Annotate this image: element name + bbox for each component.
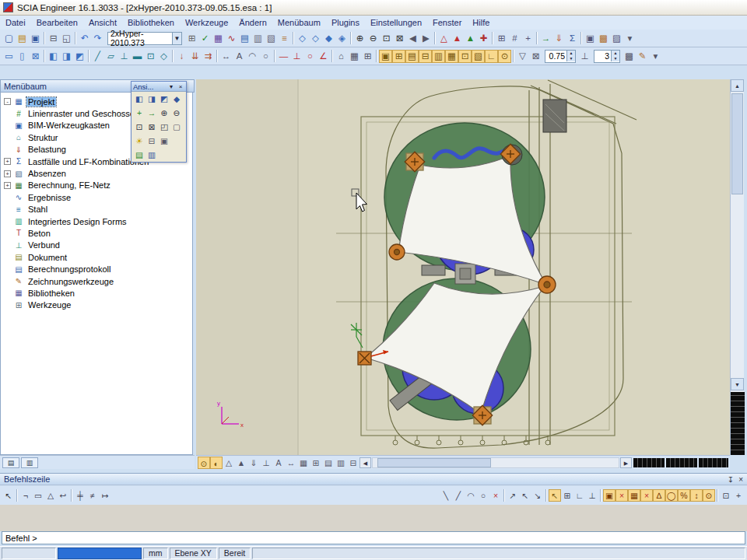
grid-tool-icon[interactable]: ▦ <box>348 50 361 63</box>
extend-tool-icon[interactable]: ↦ <box>99 489 111 502</box>
snap-center-off-icon[interactable]: × <box>640 489 653 502</box>
command-input[interactable]: Befehl > <box>2 531 745 544</box>
coordinates-input-icon[interactable]: + <box>521 32 535 45</box>
snap-arc-icon[interactable]: ▧ <box>472 50 485 63</box>
mesh-generation-icon[interactable]: ▦ <box>212 32 225 45</box>
panel-dock-icon[interactable]: ◩ <box>73 50 86 63</box>
copy-picture-icon[interactable]: ▣ <box>158 135 170 147</box>
palette-close-icon[interactable]: × <box>177 83 184 90</box>
support-tool-icon[interactable]: ⊥ <box>290 50 303 63</box>
command-panel-header[interactable]: Befehlszeile ↧ × <box>0 473 747 485</box>
menu-bibliotheken[interactable]: Bibliotheken <box>122 16 180 29</box>
sidebar-item-stahl[interactable]: +≡Stahl <box>1 204 192 215</box>
snap-centers-icon[interactable]: ⊡ <box>458 50 472 63</box>
snap-circle-toggle-icon[interactable]: ◯ <box>665 489 678 502</box>
menu-datei[interactable]: Datei <box>0 16 31 29</box>
palette-zoom-in-icon[interactable]: ⊕ <box>158 107 170 119</box>
delete-last-icon[interactable]: × <box>489 489 502 502</box>
trim-tool-icon[interactable]: ≠ <box>86 489 99 502</box>
axonometric-view-icon[interactable]: ◈ <box>335 32 349 45</box>
zoom-in-icon[interactable]: ⊕ <box>353 32 366 45</box>
tree-expander-icon[interactable]: + <box>4 158 11 165</box>
menu-einstellungen[interactable]: Einstellungen <box>365 16 427 29</box>
menu-fenster[interactable]: Fenster <box>427 16 467 29</box>
menu-menübaum[interactable]: Menübaum <box>272 16 326 29</box>
tree-expander-icon[interactable]: + <box>4 182 11 189</box>
selection-rect-icon[interactable]: ▭ <box>32 489 44 502</box>
snap-length-toggle-icon[interactable]: ↕ <box>690 489 703 502</box>
wind-generator-icon[interactable]: → <box>539 32 552 45</box>
bim-toolbox-icon[interactable]: ▩ <box>597 32 610 45</box>
hinge-tool-icon[interactable]: ○ <box>303 50 317 63</box>
picture-to-gallery-icon[interactable]: ▤ <box>133 149 146 161</box>
tracking-mode-icon[interactable]: ⊥ <box>586 489 598 502</box>
snap-mode-icon[interactable]: # <box>508 32 521 45</box>
render-wireframe-icon[interactable]: △ <box>437 32 451 45</box>
redo-icon[interactable]: ↷ <box>91 32 104 45</box>
cursor-coords-icon[interactable]: + <box>732 489 745 502</box>
save-project-icon[interactable]: ▣ <box>29 32 42 45</box>
arc-mode-icon[interactable]: ◠ <box>465 489 477 502</box>
drawing-tools-icon[interactable]: ✎ <box>636 50 649 63</box>
picture-gallery-icon[interactable]: ▧ <box>265 32 278 45</box>
render-surface-icon[interactable]: ▲ <box>451 32 464 45</box>
grid-ortho-icon[interactable]: ⊞ <box>561 489 573 502</box>
sidebar-item-zeichnungswerkzeuge[interactable]: +✎Zeichnungswerkzeuge <box>1 275 192 287</box>
palette-zoom-all-icon[interactable]: ⊠ <box>146 121 158 133</box>
dimension-tool-icon[interactable]: ↔ <box>219 50 233 63</box>
sidebar-item-berechnungsprotokoll[interactable]: +▤Berechnungsprotokoll <box>1 263 192 275</box>
show-supports-icon[interactable]: ✚ <box>477 32 490 45</box>
surface-load-icon[interactable]: ⇉ <box>202 50 215 63</box>
view-x-icon[interactable]: ◇ <box>296 32 309 45</box>
print-view-icon[interactable]: ⊟ <box>146 135 158 147</box>
view-side-icon[interactable]: ◩ <box>158 93 170 105</box>
table-input-icon[interactable]: ▥ <box>251 32 265 45</box>
view-shading-icon[interactable]: ◐ <box>210 457 223 469</box>
print-icon[interactable]: ⊟ <box>47 32 60 45</box>
ortho-mode-icon[interactable]: ∟ <box>573 489 586 502</box>
sidebar-item-dokument[interactable]: +▤Dokument <box>1 251 192 263</box>
snap-points-toggle-icon[interactable]: ⊙ <box>703 489 715 502</box>
show-loads-icon[interactable]: ⇓ <box>247 457 260 469</box>
window-new-icon[interactable]: ▭ <box>2 50 16 63</box>
arc-tool-icon[interactable]: ◠ <box>246 50 259 63</box>
filter-selection-icon[interactable]: ▽ <box>516 50 529 63</box>
menu-werkzeuge[interactable]: Werkzeuge <box>180 16 233 29</box>
previous-selection-icon[interactable]: ↩ <box>57 489 69 502</box>
activity-layers-icon[interactable]: ▣ <box>584 32 597 45</box>
view-z-icon[interactable]: ◆ <box>322 32 335 45</box>
show-labels-icon[interactable]: A <box>272 457 285 469</box>
snap-intersection-toggle-icon[interactable]: ▦ <box>628 489 640 502</box>
menu-hilfe[interactable]: Hilfe <box>467 16 495 29</box>
show-dimensions-icon[interactable]: ↔ <box>285 457 297 469</box>
show-surfaces-icon[interactable]: △ <box>223 457 235 469</box>
line-load-icon[interactable]: ⇊ <box>188 50 202 63</box>
show-grid-icon[interactable]: ⊞ <box>310 457 322 469</box>
sidebar-item-beton[interactable]: +TBeton <box>1 227 192 239</box>
palette-dropdown-icon[interactable]: ▾ <box>167 83 175 90</box>
drawing-canvas[interactable]: y x <box>196 79 730 455</box>
calculation-icon[interactable]: ⊞ <box>185 32 198 45</box>
zoom-selection-icon[interactable]: ◰ <box>158 121 170 133</box>
snap-nearest-icon[interactable]: ⊙ <box>498 50 511 63</box>
angle-tool-icon[interactable]: ∠ <box>317 50 330 63</box>
view-y-icon[interactable]: ◇ <box>309 32 322 45</box>
active-view-combo[interactable]: 2xHyper-2010.373 ▼ <box>107 32 182 45</box>
screenshot-tool-icon[interactable]: ▥ <box>146 149 158 161</box>
view-palette-header[interactable]: Ansi... ▾ × <box>132 82 186 92</box>
zoom-all-icon[interactable]: ⊠ <box>393 32 406 45</box>
snap-endpoint-off-icon[interactable]: × <box>615 489 628 502</box>
sidebar-item-integriertes-design-forms[interactable]: +▥Integriertes Design Forms <box>1 215 192 227</box>
storey-tool-icon[interactable]: ⌂ <box>335 50 348 63</box>
view-palette[interactable]: Ansi... ▾ × ◧◨◩◆+→⊕⊖⊡⊠◰▢☀⊟▣▤▥ <box>131 81 187 163</box>
raster-tool-icon[interactable]: ⊞ <box>361 50 374 63</box>
dot-grid-toggle-icon[interactable]: ⊡ <box>720 489 732 502</box>
ucs-tool-icon[interactable]: + <box>133 107 146 119</box>
beam-tool-icon[interactable]: ▬ <box>131 50 144 63</box>
snap-orthogonal-icon[interactable]: ⊟ <box>419 50 432 63</box>
combinations-icon[interactable]: Σ <box>566 32 579 45</box>
tab-properties[interactable]: ▥ <box>21 457 38 468</box>
layers-icon[interactable]: ≡ <box>278 32 291 45</box>
view-axo-icon[interactable]: ◆ <box>170 93 183 105</box>
view-front-icon[interactable]: ◨ <box>146 93 158 105</box>
